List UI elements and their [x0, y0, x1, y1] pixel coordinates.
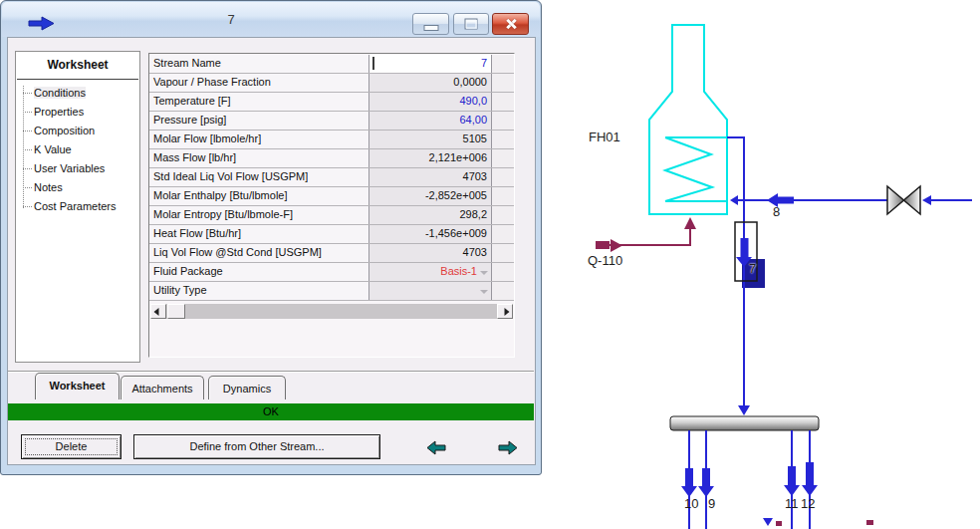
valve-shape[interactable]: [887, 186, 920, 214]
outlet-streams[interactable]: [681, 430, 818, 529]
energy-stream-q110[interactable]: [596, 217, 696, 252]
energy-stream-label: Q-110: [588, 253, 622, 268]
stream-9-label: 9: [708, 496, 715, 511]
stream-8-line[interactable]: [730, 193, 972, 207]
stream-12-label: 12: [801, 496, 815, 511]
stream-8-label: 8: [773, 204, 780, 219]
stream-7-line[interactable]: [727, 137, 765, 415]
manifold-shape[interactable]: [670, 416, 819, 430]
stream-7-label: 7: [749, 261, 756, 276]
tab-worksheet[interactable]: Worksheet: [35, 373, 120, 399]
pfd-canvas[interactable]: [0, 0, 980, 529]
clipped-bottom-elements: [763, 518, 873, 526]
fired-heater-shape[interactable]: [649, 25, 727, 214]
heater-tag-label: FH01: [589, 130, 620, 144]
stream-10-label: 10: [684, 496, 698, 511]
stream-11-label: 11: [785, 496, 799, 511]
screen: { "colors": { "stream_blue": "#2525d6", …: [0, 0, 980, 529]
